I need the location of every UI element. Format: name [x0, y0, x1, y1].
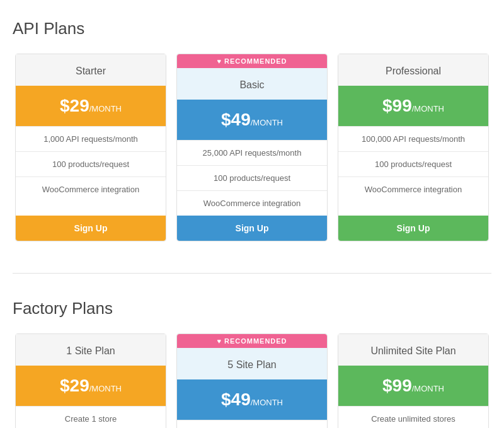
- price-period: /MONTH: [89, 104, 122, 113]
- price-period: /MONTH: [251, 118, 283, 127]
- recommended-badge: ♥RECOMMENDED: [177, 54, 327, 68]
- heart-icon: ♥: [217, 337, 222, 345]
- recommended-badge: ♥RECOMMENDED: [177, 334, 327, 348]
- feature-item: Create 1 store: [16, 406, 166, 428]
- feature-item: 100 products/request: [16, 151, 166, 176]
- feature-item: 25,000 API requests/month: [177, 140, 327, 165]
- price-amount: $99: [382, 376, 412, 395]
- feature-item: WooCommerce integration: [338, 176, 488, 202]
- feature-item: 1,000 API requests/month: [16, 126, 166, 151]
- feature-item: 100 products/request: [338, 151, 488, 176]
- plan-card-professional: Professional$99/MONTH100,000 API request…: [338, 54, 489, 241]
- recommended-label: RECOMMENDED: [224, 57, 287, 65]
- plan-section: Factory Plans1 Site Plan$29/MONTHCreate …: [13, 299, 491, 428]
- price-box: $49/MONTH: [177, 100, 327, 140]
- price-period: /MONTH: [412, 384, 444, 393]
- price-box: $29/MONTH: [16, 86, 166, 126]
- feature-item: 100 products/request: [177, 165, 327, 190]
- plan-card-starter: Starter$29/MONTH1,000 API requests/month…: [15, 54, 166, 241]
- price-amount: $99: [382, 96, 412, 115]
- price-amount: $29: [60, 376, 89, 395]
- features-list: 1,000 API requests/month100 products/req…: [16, 126, 166, 216]
- heart-icon: ♥: [217, 57, 222, 65]
- price-amount: $29: [60, 96, 89, 115]
- feature-item: 100,000 API requests/month: [338, 126, 488, 151]
- feature-item: Create up to 5 stores: [177, 420, 327, 428]
- signup-button-basic[interactable]: Sign Up: [177, 216, 327, 241]
- price-box: $29/MONTH: [16, 366, 166, 406]
- plan-name: Starter: [16, 54, 166, 86]
- plan-card-one-site: 1 Site Plan$29/MONTHCreate 1 store100,00…: [15, 333, 166, 428]
- page-container: API PlansStarter$29/MONTH1,000 API reque…: [13, 19, 491, 428]
- feature-item: WooCommerce integration: [16, 176, 166, 202]
- features-list: Create up to 5 stores100,000 products/st…: [177, 420, 327, 428]
- section-divider: [13, 273, 491, 274]
- recommended-label: RECOMMENDED: [224, 337, 287, 345]
- features-list: Create 1 store100,000 products/store: [16, 406, 166, 428]
- plan-card-unlimited-site: Unlimited Site Plan$99/MONTHCreate unlim…: [338, 333, 489, 428]
- price-amount: $49: [221, 390, 251, 409]
- plan-card-basic: ♥RECOMMENDEDBasic$49/MONTH25,000 API req…: [176, 54, 328, 241]
- plans-grid: Starter$29/MONTH1,000 API requests/month…: [13, 54, 491, 241]
- plan-name: 5 Site Plan: [177, 348, 327, 379]
- features-list: Create unlimited stores100,000 products/…: [338, 406, 488, 428]
- price-box: $99/MONTH: [338, 86, 488, 126]
- signup-button-starter[interactable]: Sign Up: [16, 216, 166, 241]
- price-period: /MONTH: [412, 104, 444, 113]
- plan-card-five-site: ♥RECOMMENDED5 Site Plan$49/MONTHCreate u…: [176, 333, 328, 428]
- plan-name: 1 Site Plan: [16, 334, 166, 366]
- features-list: 100,000 API requests/month100 products/r…: [338, 126, 488, 216]
- plans-grid: 1 Site Plan$29/MONTHCreate 1 store100,00…: [13, 333, 491, 428]
- signup-button-professional[interactable]: Sign Up: [338, 216, 488, 241]
- plan-name: Basic: [177, 68, 327, 100]
- plan-name: Unlimited Site Plan: [338, 334, 488, 366]
- price-period: /MONTH: [89, 384, 122, 393]
- price-amount: $49: [221, 110, 251, 129]
- plan-section: API PlansStarter$29/MONTH1,000 API reque…: [13, 19, 491, 241]
- price-box: $49/MONTH: [177, 379, 327, 420]
- price-box: $99/MONTH: [338, 366, 488, 406]
- price-period: /MONTH: [251, 398, 283, 407]
- features-list: 25,000 API requests/month100 products/re…: [177, 140, 327, 216]
- section-title: Factory Plans: [13, 299, 491, 318]
- feature-item: WooCommerce integration: [177, 190, 327, 216]
- feature-item: Create unlimited stores: [338, 406, 488, 428]
- plan-name: Professional: [338, 54, 488, 86]
- section-title: API Plans: [13, 19, 491, 38]
